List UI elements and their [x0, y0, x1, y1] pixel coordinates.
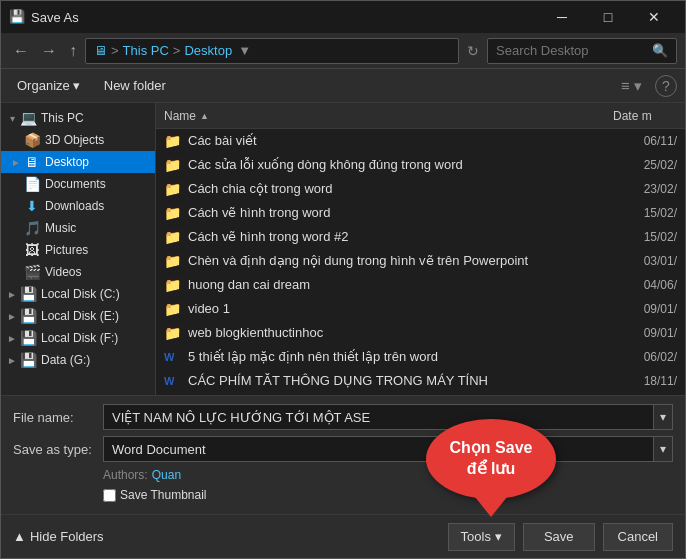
sidebar-item-documents[interactable]: 📄 Documents: [1, 173, 155, 195]
title-bar: 💾 Save As ─ □ ✕: [1, 1, 685, 33]
save-as-type-dropdown[interactable]: ▾: [654, 436, 673, 462]
dialog-footer: ▲ Hide Folders Tools ▾ Save Cancel: [1, 514, 685, 558]
sidebar-item-pictures[interactable]: 🖼 Pictures: [1, 239, 155, 261]
cancel-button[interactable]: Cancel: [603, 523, 673, 551]
local-disk-c-icon: 💾: [19, 286, 37, 302]
search-icon: 🔍: [652, 43, 668, 58]
breadcrumb-icon: 🖥: [94, 43, 107, 58]
file-name-input[interactable]: [103, 404, 654, 430]
sidebar-item-local-disk-g[interactable]: ► 💾 Data (G:): [1, 349, 155, 371]
organize-button[interactable]: Organize ▾: [9, 75, 88, 96]
sidebar-label-local-disk-c: Local Disk (C:): [41, 287, 120, 301]
minimize-button[interactable]: ─: [539, 1, 585, 33]
footer-right: Tools ▾ Save Cancel: [448, 523, 673, 551]
file-date: 25/02/: [597, 158, 677, 172]
column-date[interactable]: Date m: [605, 105, 685, 127]
refresh-button[interactable]: ↻: [463, 41, 483, 61]
organize-arrow: ▾: [73, 78, 80, 93]
table-row[interactable]: 📁 video 1 09/01/: [156, 297, 685, 321]
save-as-type-input[interactable]: [103, 436, 654, 462]
sidebar-item-downloads[interactable]: ⬇ Downloads: [1, 195, 155, 217]
sidebar-item-videos[interactable]: 🎬 Videos: [1, 261, 155, 283]
save-button[interactable]: Save: [523, 523, 595, 551]
folder-icon: 📁: [164, 181, 182, 197]
save-as-type-label: Save as type:: [13, 442, 103, 457]
sidebar-item-desktop[interactable]: ► 🖥 Desktop: [1, 151, 155, 173]
file-name: Các bài viết: [188, 133, 597, 148]
file-date: 09/01/: [597, 302, 677, 316]
forward-button[interactable]: →: [37, 40, 61, 62]
sidebar-label-desktop: Desktop: [45, 155, 89, 169]
sidebar-item-local-disk-e[interactable]: ► 💾 Local Disk (E:): [1, 305, 155, 327]
new-folder-label: New folder: [104, 78, 166, 93]
thumbnail-label[interactable]: Save Thumbnail: [103, 488, 207, 502]
table-row[interactable]: 📁 Cách chia cột trong word 23/02/: [156, 177, 685, 201]
search-box: 🔍: [487, 38, 677, 64]
documents-icon: 📄: [23, 176, 41, 192]
folder-icon: 📁: [164, 229, 182, 245]
sidebar-label-local-disk-e: Local Disk (E:): [41, 309, 119, 323]
sidebar-item-3d-objects[interactable]: 📦 3D Objects: [1, 129, 155, 151]
view-button[interactable]: ≡ ▾: [616, 75, 647, 97]
sidebar-item-this-pc[interactable]: ▾ 💻 This PC: [1, 107, 155, 129]
file-date: 04/06/: [597, 278, 677, 292]
breadcrumb[interactable]: 🖥 > This PC > Desktop ▼: [85, 38, 459, 64]
file-name: Chèn và định dạng nội dung trong hình vẽ…: [188, 253, 597, 268]
expand-icon: ►: [5, 289, 19, 300]
local-disk-e-icon: 💾: [19, 308, 37, 324]
sidebar-label-pictures: Pictures: [45, 243, 88, 257]
word-icon: W: [164, 351, 182, 363]
callout-wrapper: Chọn Saveđể lưu: [426, 419, 556, 499]
table-row[interactable]: 📁 Các bài viết 06/11/: [156, 129, 685, 153]
maximize-button[interactable]: □: [585, 1, 631, 33]
sidebar-label-videos: Videos: [45, 265, 81, 279]
sidebar-item-music[interactable]: 🎵 Music: [1, 217, 155, 239]
organize-label: Organize: [17, 78, 70, 93]
breadcrumb-desktop: Desktop: [184, 43, 232, 58]
table-row[interactable]: 📁 Cách vẽ hình trong word 15/02/: [156, 201, 685, 225]
table-row[interactable]: 📁 Chèn và định dạng nội dung trong hình …: [156, 249, 685, 273]
sidebar-label-music: Music: [45, 221, 76, 235]
breadcrumb-dropdown[interactable]: ▼: [238, 43, 251, 58]
expand-icon: ►: [5, 355, 19, 366]
search-input[interactable]: [496, 43, 648, 58]
hide-folders-icon: ▲: [13, 529, 26, 544]
table-row[interactable]: 📁 web blogkienthuctinhoc 09/01/: [156, 321, 685, 345]
toolbar: Organize ▾ New folder ≡ ▾ ?: [1, 69, 685, 103]
file-name-row: File name: ▾: [13, 404, 673, 430]
sidebar-label-3d-objects: 3D Objects: [45, 133, 104, 147]
file-name-dropdown[interactable]: ▾: [654, 404, 673, 430]
sidebar-item-local-disk-f[interactable]: ► 💾 Local Disk (F:): [1, 327, 155, 349]
pictures-icon: 🖼: [23, 242, 41, 258]
videos-icon: 🎬: [23, 264, 41, 280]
table-row[interactable]: W CÁC PHÍM TẮT THÔNG DỤNG TRONG MÁY TÍNH…: [156, 369, 685, 393]
close-button[interactable]: ✕: [631, 1, 677, 33]
hide-folders-button[interactable]: ▲ Hide Folders: [13, 529, 104, 544]
view-icon: ≡: [621, 77, 630, 94]
tools-button[interactable]: Tools ▾: [448, 523, 515, 551]
callout-text: Chọn Saveđể lưu: [450, 438, 533, 480]
folder-icon: 📁: [164, 277, 182, 293]
thumbnail-checkbox[interactable]: [103, 489, 116, 502]
folder-icon: 📁: [164, 301, 182, 317]
file-name-label: File name:: [13, 410, 103, 425]
file-list-header: Name ▲ Date m: [156, 103, 685, 129]
sidebar-label-documents: Documents: [45, 177, 106, 191]
back-button[interactable]: ←: [9, 40, 33, 62]
sidebar-label-downloads: Downloads: [45, 199, 104, 213]
file-date: 06/11/: [597, 134, 677, 148]
view-arrow: ▾: [634, 77, 642, 94]
file-name: Cách vẽ hình trong word: [188, 205, 597, 220]
sidebar-item-local-disk-c[interactable]: ► 💾 Local Disk (C:): [1, 283, 155, 305]
column-name[interactable]: Name ▲: [156, 105, 605, 127]
table-row[interactable]: 📁 Cách vẽ hình trong word #2 15/02/: [156, 225, 685, 249]
new-folder-button[interactable]: New folder: [96, 75, 174, 96]
table-row[interactable]: W 5 thiết lập mặc định nên thiết lập trê…: [156, 345, 685, 369]
help-button[interactable]: ?: [655, 75, 677, 97]
downloads-icon: ⬇: [23, 198, 41, 214]
table-row[interactable]: 📁 huong dan cai dream 04/06/: [156, 273, 685, 297]
dialog-title: Save As: [31, 10, 539, 25]
up-button[interactable]: ↑: [65, 40, 81, 62]
sidebar-label-this-pc: This PC: [41, 111, 84, 125]
table-row[interactable]: 📁 Các sửa lỗi xuống dòng không đúng tron…: [156, 153, 685, 177]
